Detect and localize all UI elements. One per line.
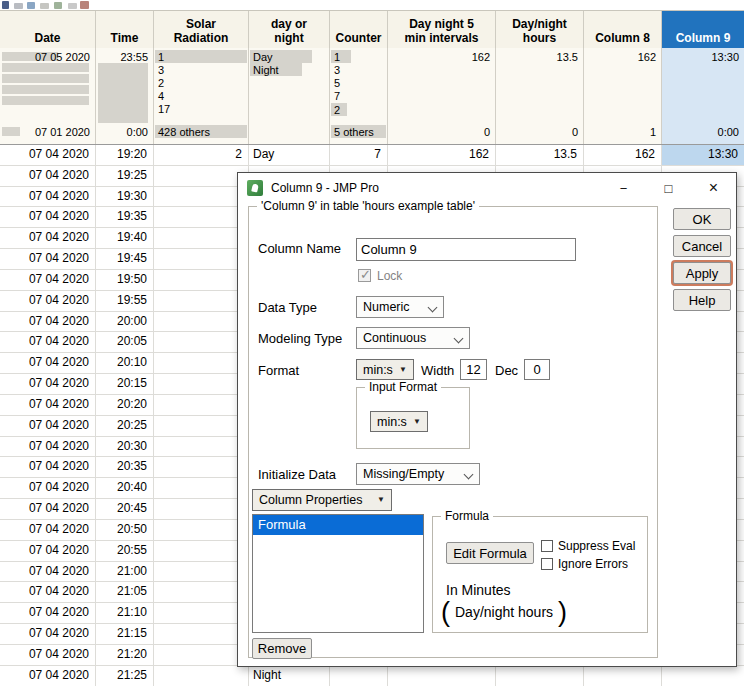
- cell-time[interactable]: 20:05: [96, 332, 154, 353]
- column-header-day-or-night[interactable]: day or night: [249, 11, 330, 48]
- cell-date[interactable]: 07 04 2020: [0, 166, 96, 187]
- summary-date[interactable]: 07 05 2020 07 01 2020: [0, 48, 96, 144]
- cell-time[interactable]: 21:05: [96, 582, 154, 603]
- cell-date[interactable]: 07 04 2020: [0, 145, 96, 166]
- cell-solar[interactable]: [154, 207, 249, 228]
- cell-solar[interactable]: [154, 291, 249, 312]
- modeling-type-select[interactable]: Continuous: [356, 327, 470, 349]
- ok-button[interactable]: OK: [673, 208, 731, 230]
- column-header-date[interactable]: Date: [0, 11, 96, 48]
- cell-date[interactable]: 07 04 2020: [0, 353, 96, 374]
- suppress-eval-checkbox[interactable]: [541, 540, 553, 552]
- cell-time[interactable]: 19:40: [96, 228, 154, 249]
- summary-column-8[interactable]: 162 1: [584, 48, 662, 144]
- cell-solar[interactable]: [154, 666, 249, 686]
- edit-formula-button[interactable]: Edit Formula: [446, 542, 534, 564]
- cell-date[interactable]: 07 04 2020: [0, 666, 96, 686]
- dec-input[interactable]: [524, 359, 550, 380]
- cell-col8[interactable]: [584, 666, 662, 686]
- column-properties-button[interactable]: Column Properties▼: [252, 489, 392, 511]
- remove-button[interactable]: Remove: [252, 638, 312, 659]
- cell-hours[interactable]: [496, 666, 584, 686]
- cell-time[interactable]: 21:00: [96, 562, 154, 583]
- column-name-input[interactable]: [356, 238, 576, 261]
- cell-intervals[interactable]: [388, 666, 496, 686]
- cell-solar[interactable]: [154, 457, 249, 478]
- cell-time[interactable]: 20:45: [96, 499, 154, 520]
- cell-solar[interactable]: [154, 520, 249, 541]
- cell-solar[interactable]: 2: [154, 145, 249, 166]
- cell-solar[interactable]: [154, 562, 249, 583]
- cell-date[interactable]: 07 04 2020: [0, 478, 96, 499]
- cell-solar[interactable]: [154, 187, 249, 208]
- cell-time[interactable]: 20:35: [96, 457, 154, 478]
- cell-solar[interactable]: [154, 312, 249, 333]
- cell-date[interactable]: 07 04 2020: [0, 395, 96, 416]
- summary-counter[interactable]: 1 3 5 7 2 5 others: [330, 48, 388, 144]
- cell-time[interactable]: 20:25: [96, 416, 154, 437]
- apply-button[interactable]: Apply: [673, 262, 731, 284]
- cell-time[interactable]: 19:45: [96, 249, 154, 270]
- column-header-column-9-selected[interactable]: Column 9: [662, 11, 744, 48]
- cell-time[interactable]: 19:35: [96, 207, 154, 228]
- column-header-day-night-5-min-intervals[interactable]: Day night 5 min intervals: [388, 11, 496, 48]
- cell-solar[interactable]: [154, 437, 249, 458]
- cell-date[interactable]: 07 04 2020: [0, 499, 96, 520]
- cell-hours[interactable]: 13.5: [496, 145, 584, 166]
- cell-date[interactable]: 07 04 2020: [0, 291, 96, 312]
- cell-solar[interactable]: [154, 374, 249, 395]
- cell-date[interactable]: 07 04 2020: [0, 207, 96, 228]
- cell-solar[interactable]: [154, 541, 249, 562]
- table-row[interactable]: 07 04 202019:202Day716213.516213:30: [0, 145, 744, 166]
- cell-time[interactable]: 21:15: [96, 624, 154, 645]
- cell-day-night[interactable]: Day: [249, 145, 330, 166]
- summary-day-night-5-min-intervals[interactable]: 162 0: [388, 48, 496, 144]
- column-header-solar-radiation[interactable]: Solar Radiation: [154, 11, 249, 48]
- cell-solar[interactable]: [154, 603, 249, 624]
- cell-day-night[interactable]: Night: [249, 666, 330, 686]
- cell-time[interactable]: 19:30: [96, 187, 154, 208]
- format-select[interactable]: min:s▼: [356, 359, 414, 380]
- table-row[interactable]: 07 04 202021:25Night: [0, 666, 744, 686]
- column-header-counter[interactable]: Counter: [330, 11, 388, 48]
- cell-time[interactable]: 20:15: [96, 374, 154, 395]
- minimize-button[interactable]: −: [601, 173, 646, 203]
- cell-solar[interactable]: [154, 228, 249, 249]
- summary-column-9-selected[interactable]: 13:30 0:00: [662, 48, 744, 144]
- summary-time[interactable]: 23:55 0:00: [96, 48, 154, 144]
- initialize-data-select[interactable]: Missing/Empty: [356, 463, 480, 485]
- cell-time[interactable]: 20:50: [96, 520, 154, 541]
- help-button[interactable]: Help: [673, 289, 731, 311]
- property-list-item[interactable]: Formula: [253, 515, 423, 535]
- column-header-day-night-hours[interactable]: Day/night hours: [496, 11, 584, 48]
- cell-time[interactable]: 20:10: [96, 353, 154, 374]
- cell-time[interactable]: 20:30: [96, 437, 154, 458]
- cell-time[interactable]: 21:20: [96, 645, 154, 666]
- cell-counter[interactable]: 7: [330, 145, 388, 166]
- cell-date[interactable]: 07 04 2020: [0, 332, 96, 353]
- cell-solar[interactable]: [154, 624, 249, 645]
- cell-solar[interactable]: [154, 582, 249, 603]
- cell-solar[interactable]: [154, 332, 249, 353]
- cell-time[interactable]: 19:20: [96, 145, 154, 166]
- cell-time[interactable]: 19:50: [96, 270, 154, 291]
- cell-date[interactable]: 07 04 2020: [0, 437, 96, 458]
- column-header-column-8[interactable]: Column 8: [584, 11, 662, 48]
- cell-date[interactable]: 07 04 2020: [0, 374, 96, 395]
- input-format-select[interactable]: min:s▼: [370, 411, 428, 432]
- cell-date[interactable]: 07 04 2020: [0, 270, 96, 291]
- cell-solar[interactable]: [154, 645, 249, 666]
- cell-time[interactable]: 20:40: [96, 478, 154, 499]
- cell-solar[interactable]: [154, 353, 249, 374]
- close-button[interactable]: ×: [691, 173, 736, 203]
- cell-time[interactable]: 21:10: [96, 603, 154, 624]
- cell-date[interactable]: 07 04 2020: [0, 645, 96, 666]
- cell-col8[interactable]: 162: [584, 145, 662, 166]
- cell-solar[interactable]: [154, 478, 249, 499]
- cell-time[interactable]: 19:55: [96, 291, 154, 312]
- cell-solar[interactable]: [154, 249, 249, 270]
- cell-date[interactable]: 07 04 2020: [0, 228, 96, 249]
- cell-date[interactable]: 07 04 2020: [0, 457, 96, 478]
- cell-date[interactable]: 07 04 2020: [0, 562, 96, 583]
- cell-solar[interactable]: [154, 166, 249, 187]
